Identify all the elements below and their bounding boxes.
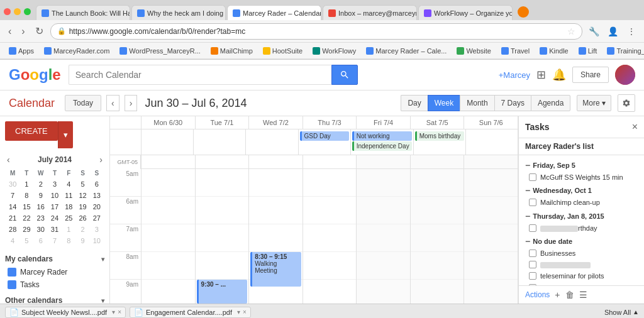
mini-cal-day[interactable]: 25 [62,213,75,223]
col5-9am[interactable] [411,280,464,304]
col1-8am[interactable] [196,252,249,280]
task-collapse-wed[interactable]: − [525,185,530,195]
mini-cal-day[interactable]: 10 [48,190,61,200]
mini-cal-day[interactable]: 31 [48,224,61,234]
mini-cal-day[interactable]: 24 [48,213,61,223]
day-col-6[interactable] [464,155,518,304]
apps-grid-icon[interactable]: ⊞ [536,68,546,82]
col0-7am[interactable] [142,224,195,252]
day-header-6[interactable]: Sun 7/6 [464,116,518,129]
user-btn[interactable]: 👤 [605,24,620,39]
mini-cal-day[interactable]: 6 [91,179,103,189]
reload-button[interactable]: ↻ [32,24,47,38]
task-item-businesses[interactable]: Businesses [519,248,644,259]
col2-5am[interactable] [249,169,303,197]
col4-6am[interactable] [357,197,410,224]
mini-cal-next[interactable]: › [97,155,104,165]
col5-7am[interactable] [411,224,464,252]
browser-tab-0[interactable]: The Launch Book: Will Ha... × [36,5,130,20]
all-day-cell-3[interactable]: GSD Day [299,129,351,155]
day-header-5[interactable]: Sat 7/5 [411,116,465,129]
download-item-0[interactable]: 📄 Subject Weekly Newsl....pdf ▾ × [5,307,126,318]
col0-9am[interactable] [142,280,195,304]
col6-7am[interactable] [464,224,518,252]
task-item-mailchimp[interactable]: Mailchimp clean-up [519,197,644,208]
day-header-1[interactable]: Tue 7/1 [196,116,250,129]
mini-cal-day[interactable]: 28 [6,224,19,234]
col6-6am[interactable] [464,197,518,224]
mini-cal-day[interactable]: 2 [35,179,47,189]
all-day-cell-2[interactable] [246,129,298,155]
prev-period-button[interactable]: ‹ [106,95,119,111]
bookmark-cal[interactable]: Marcey Rader – Cale... [362,46,450,56]
mini-cal-day[interactable]: 26 [76,213,89,223]
mini-cal-day[interactable]: 3 [48,179,61,189]
col1-7am[interactable] [196,224,249,252]
forward-button[interactable]: › [18,25,28,38]
mini-cal-day[interactable]: 18 [62,202,75,212]
col0-8am[interactable] [142,252,195,280]
col2-6am[interactable] [249,197,303,224]
download-arrow-1[interactable]: ▾ [237,309,240,315]
task-collapse-no-due[interactable]: − [525,236,530,246]
mini-cal-day[interactable]: 8 [62,236,75,246]
mini-cal-day[interactable]: 11 [62,190,75,200]
tasks-close-button[interactable]: × [632,121,638,133]
mini-cal-day[interactable]: 20 [91,202,103,212]
next-period-button[interactable]: › [125,95,138,111]
day-col-1[interactable]: 9:30 – ... 10:15 – 11 Call .... via 11 –… [196,155,250,304]
task-item-teleseminar[interactable]: teleseminar for pilots [519,270,644,282]
all-day-cell-0[interactable] [142,129,194,155]
view-7days-button[interactable]: 7 Days [494,95,531,111]
mini-cal-day[interactable]: 17 [48,202,61,212]
notifications-icon[interactable]: 🔔 [552,68,566,82]
col3-8am[interactable] [303,252,357,280]
col0-5am[interactable] [142,169,195,197]
bookmark-training[interactable]: Training_Personal [603,46,644,56]
mini-cal-day[interactable]: 4 [62,179,75,189]
my-calendars-header[interactable]: My calendars ▾ [5,255,104,263]
bookmark-apps[interactable]: Apps [5,46,38,56]
cal-scroll[interactable]: GMT-05 5am 6am 7am 8am 9am 10am 11am 12p… [110,155,518,304]
bookmark-star-icon[interactable]: ☆ [567,26,575,36]
bookmark-hootsuite[interactable]: HootSuite [259,46,306,56]
minimize-window-btn[interactable] [14,8,21,15]
mini-cal-day[interactable]: 27 [91,213,103,223]
mini-cal-day[interactable]: 9 [35,190,47,200]
task-item-mcguff[interactable]: McGuff SS Weights 15 min [519,172,644,183]
user-name[interactable]: +Marcey [499,70,530,80]
maximize-window-btn[interactable] [24,8,31,15]
mini-cal-day[interactable]: 14 [6,202,19,212]
mini-cal-day[interactable]: 10 [91,236,103,246]
day-col-2[interactable]: 8:30 – 9:15 Walking Meeting 12p – 1p Roc… [249,155,303,304]
day-header-3[interactable]: Thu 7/3 [303,116,357,129]
tasks-delete-button[interactable]: 🗑 [565,290,574,300]
day-col-4[interactable] [357,155,411,304]
col3-7am[interactable] [303,224,357,252]
task-checkbox-businesses[interactable] [529,249,536,257]
mini-cal-day[interactable]: 12 [76,190,89,200]
day-header-2[interactable]: Wed 7/2 [249,116,303,129]
day-col-3[interactable]: 11 – Call ... 11:30 – 12:15p !! Session … [303,155,357,304]
col2-7am[interactable] [249,224,303,252]
browser-tab-1[interactable]: Why the heck am I doing ... × [131,5,226,20]
mini-cal-day[interactable]: 21 [6,213,19,223]
mini-cal-day[interactable]: 7 [6,190,19,200]
task-checkbox-blurred1[interactable] [529,261,536,268]
tasks-actions-link[interactable]: Actions [525,290,550,299]
mini-cal-day[interactable]: 2 [76,224,89,234]
search-button[interactable] [331,65,358,85]
browser-tab-2[interactable]: Marcey Rader – Calendar × [227,5,321,20]
all-day-event-moms-birthday[interactable]: Moms birthday [415,131,464,141]
menu-btn[interactable]: ⋮ [624,24,639,39]
task-item-blurred1[interactable] [519,259,644,270]
bookmark-marceyrader[interactable]: MarceyRader.com [40,46,113,56]
day-col-0[interactable] [142,155,196,304]
address-bar[interactable]: 🔒 https://www.google.com/calendar/b/0/re… [50,23,582,40]
mini-cal-day[interactable]: 15 [20,202,33,212]
back-button[interactable]: ‹ [5,25,14,38]
share-button[interactable]: Share [572,67,609,83]
mini-cal-day[interactable]: 23 [35,213,47,223]
today-button[interactable]: Today [65,95,101,111]
task-checkbox-mcguff[interactable] [529,173,536,181]
